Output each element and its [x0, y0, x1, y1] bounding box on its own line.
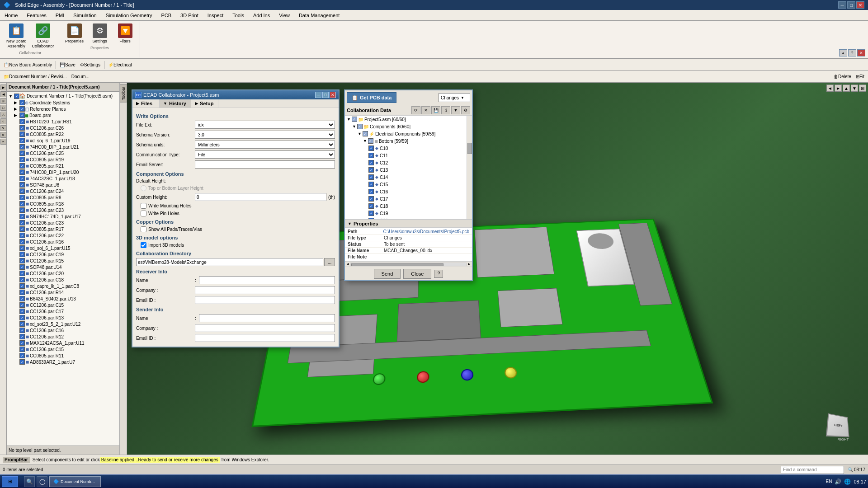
- tree-project5[interactable]: ▼ ✓ 📁 Project5.asm [60/60]: [345, 116, 472, 123]
- toolbar-new-board[interactable]: 📋 New Board Assembly: [2, 60, 54, 70]
- check-bottom[interactable]: ✓: [368, 138, 373, 144]
- menu-features[interactable]: Features: [22, 10, 51, 20]
- part-check-11[interactable]: ✓: [19, 188, 25, 194]
- collab-comp-C17[interactable]: ✓ ◆ C17: [345, 195, 472, 202]
- write-pin-check[interactable]: [141, 211, 146, 216]
- collab-info-btn[interactable]: ℹ: [441, 106, 450, 114]
- left-btn-7[interactable]: ✎: [0, 125, 6, 131]
- part-check-29[interactable]: ✓: [19, 302, 25, 308]
- left-btn-2[interactable]: ◀: [0, 91, 6, 97]
- collab-save-btn[interactable]: 💾: [431, 106, 440, 114]
- file-ext-select[interactable]: idx: [195, 121, 335, 129]
- part-check-18[interactable]: ✓: [19, 233, 25, 238]
- ribbon-new-board-assembly[interactable]: 📋 New BoardAssembly: [5, 23, 28, 50]
- nav-fit[interactable]: ⊞: [859, 84, 866, 92]
- part-check-12[interactable]: ✓: [19, 195, 25, 200]
- part-check-37[interactable]: ✓: [19, 353, 25, 358]
- nav-next[interactable]: ►: [835, 84, 842, 92]
- collab-check-C19[interactable]: ✓: [368, 211, 374, 216]
- tree-item-5[interactable]: ▶ ✓ ◼ CC1206.par:C25: [8, 150, 118, 156]
- tree-check-coord[interactable]: ✓: [19, 100, 25, 105]
- schema-units-select[interactable]: Millimeters: [195, 141, 335, 149]
- collab-comp-C12[interactable]: ✓ ◆ C12: [345, 159, 472, 166]
- tree-item-17[interactable]: ▶ ✓ ◼ CC0805.par:R17: [8, 226, 118, 232]
- sender-company-input[interactable]: [195, 324, 335, 332]
- taskbar-network[interactable]: 🌐: [844, 479, 851, 485]
- collab-comp-C11[interactable]: ✓ ◆ C11: [345, 152, 472, 159]
- section-history-btn[interactable]: ▼ History: [160, 99, 191, 108]
- toolbar-settings[interactable]: ⚙ Settings: [78, 60, 102, 70]
- show-pads-check[interactable]: [141, 226, 146, 232]
- hscroll-thumb[interactable]: [351, 263, 443, 266]
- collab-delete-btn[interactable]: ✕: [421, 106, 430, 114]
- viewport[interactable]: ◄ ► ▲ ▼ ⊞ LEFT RIGHT EC ECAD Collaborato…: [127, 83, 868, 455]
- left-btn-8[interactable]: ⊕: [0, 132, 6, 138]
- check-components[interactable]: ✓: [357, 124, 363, 129]
- get-pcb-button[interactable]: 📋 Get PCB data: [347, 92, 396, 103]
- tree-item-38[interactable]: ▶ ✓ ◼ AD8639ARZ_1.par:U7: [8, 359, 118, 365]
- part-check-35[interactable]: ✓: [19, 340, 25, 346]
- collab-vscroll[interactable]: [467, 116, 472, 219]
- tree-item-25[interactable]: ▶ ✓ ◼ CC1206.par:C18: [8, 277, 118, 283]
- check-project5[interactable]: ✓: [352, 117, 357, 122]
- close-button[interactable]: Close: [403, 269, 431, 279]
- minimize-button[interactable]: ─: [838, 1, 846, 9]
- tree-item-20[interactable]: ▶ ✓ ◼ xd_soj_6_1.par:U15: [8, 245, 118, 251]
- receiver-name-input[interactable]: [199, 276, 335, 284]
- tree-item-34[interactable]: ▶ ✓ ◼ CC1206.par:R12: [8, 333, 118, 340]
- tree-item-26[interactable]: ▶ ✓ ◼ xd_capro_lk_1_1.par:C8: [8, 283, 118, 289]
- part-check-38[interactable]: ✓: [19, 359, 25, 365]
- part-check-27[interactable]: ✓: [19, 290, 25, 295]
- tree-item-29[interactable]: ▶ ✓ ◼ CC1206.par:C15: [8, 302, 118, 308]
- part-check-9[interactable]: ✓: [19, 176, 25, 181]
- tree-item-1[interactable]: ▶ ✓ ◼ CC1206.par:C26: [8, 125, 118, 131]
- taskbar-search[interactable]: 🔍: [24, 476, 35, 487]
- tree-expand-board[interactable]: ▶: [14, 113, 19, 117]
- maximize-button[interactable]: □: [847, 1, 855, 9]
- part-check-4[interactable]: ✓: [19, 144, 25, 150]
- part-check-15[interactable]: ✓: [19, 214, 25, 219]
- collab-dir-input[interactable]: [136, 258, 323, 266]
- collab-check-C17[interactable]: ✓: [368, 196, 374, 202]
- left-btn-4[interactable]: □: [0, 105, 6, 111]
- collab-check-C14[interactable]: ✓: [368, 174, 374, 180]
- taskbar-cortana[interactable]: ◯: [37, 476, 47, 487]
- collab-check-C20[interactable]: ✓: [368, 218, 374, 220]
- part-check-14[interactable]: ✓: [19, 207, 25, 213]
- tree-item-22[interactable]: ▶ ✓ ◼ CC1206.par:R15: [8, 258, 118, 264]
- section-setup-btn[interactable]: ▶ Setup: [191, 99, 218, 108]
- collab-comp-C16[interactable]: ✓ ◆ C16: [345, 188, 472, 195]
- zoom-icon[interactable]: 🔍: [848, 467, 853, 472]
- tree-electrical[interactable]: ▼ ✓ ⚡ Electrical Components [59/59]: [345, 130, 472, 137]
- tree-expand-coord[interactable]: ▶: [14, 100, 19, 105]
- left-btn-6[interactable]: ○: [0, 118, 6, 124]
- tree-item-28[interactable]: ▶ ✓ ◼ B6424_S0402.par:U13: [8, 296, 118, 302]
- tree-item-11[interactable]: ▶ ✓ ◼ CC1206.par:C24: [8, 188, 118, 194]
- part-check-0[interactable]: ✓: [19, 119, 25, 124]
- part-check-24[interactable]: ✓: [19, 271, 25, 276]
- collab-dir-browse[interactable]: ...: [324, 258, 335, 266]
- menu-addins[interactable]: Add Ins: [249, 10, 274, 20]
- menu-view[interactable]: View: [274, 10, 294, 20]
- menu-sim-geometry[interactable]: Simulation Geometry: [101, 10, 157, 20]
- ribbon-properties[interactable]: 📄 Properties: [63, 23, 86, 45]
- tree-item-35[interactable]: ▶ ✓ ◼ MAX1242ACSA_1.par:U11: [8, 340, 118, 346]
- part-check-30[interactable]: ✓: [19, 309, 25, 314]
- part-check-20[interactable]: ✓: [19, 245, 25, 251]
- tree-item-32[interactable]: ▶ ✓ ◼ xd_sot23_5_2_1.par:U12: [8, 321, 118, 327]
- part-check-22[interactable]: ✓: [19, 258, 25, 263]
- receiver-company-input[interactable]: [195, 286, 335, 294]
- part-check-19[interactable]: ✓: [19, 239, 25, 244]
- part-check-7[interactable]: ✓: [19, 163, 25, 169]
- toolbar-electrical[interactable]: ⚡ Electrical: [106, 60, 134, 70]
- left-btn-5[interactable]: △: [0, 112, 6, 117]
- tree-item-36[interactable]: ▶ ✓ ◼ CC1206.par:C15: [8, 346, 118, 352]
- import-3d-check[interactable]: [141, 242, 146, 248]
- collab-comp-C18[interactable]: ✓ ◆ C18: [345, 202, 472, 210]
- collab-check-C13[interactable]: ✓: [368, 167, 374, 173]
- tree-root[interactable]: ▼ ✓ 🏠 Document Number / 1 - Title(Projec…: [8, 93, 118, 99]
- collab-check-C18[interactable]: ✓: [368, 203, 374, 209]
- part-check-17[interactable]: ✓: [19, 226, 25, 232]
- tree-item-14[interactable]: ▶ ✓ ◼ CC1206.par:C23: [8, 207, 118, 213]
- vert-tab-1[interactable]: Toolbar: [120, 84, 127, 103]
